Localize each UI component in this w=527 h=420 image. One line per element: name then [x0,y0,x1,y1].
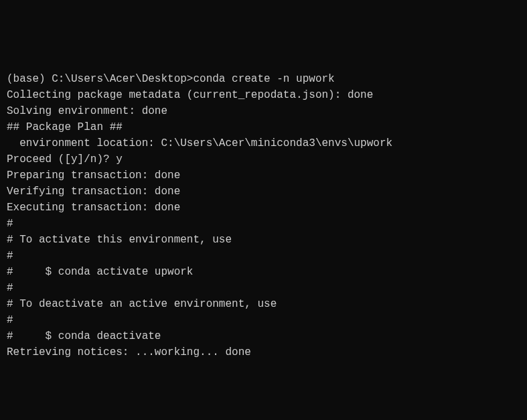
terminal-line: (base) C:\Users\Acer\Desktop>conda creat… [7,71,520,87]
terminal-line: Executing transaction: done [7,200,520,216]
terminal-line: Proceed ([y]/n)? y [7,151,520,167]
terminal-line: # To activate this environment, use [7,232,520,248]
terminal-line: # [7,216,520,232]
terminal-line: # $ conda deactivate [7,328,520,344]
terminal-line: Verifying transaction: done [7,184,520,200]
terminal-line: # To deactivate an active environment, u… [7,296,520,312]
terminal-line: # [7,248,520,264]
terminal-output[interactable]: (base) C:\Users\Acer\Desktop>conda creat… [7,71,520,360]
terminal-line: # [7,280,520,296]
terminal-line: Retrieving notices: ...working... done [7,344,520,360]
terminal-line: # $ conda activate upwork [7,264,520,280]
terminal-line: ## Package Plan ## [7,119,520,135]
terminal-line: Collecting package metadata (current_rep… [7,87,520,103]
terminal-line: Solving environment: done [7,103,520,119]
terminal-line: Preparing transaction: done [7,167,520,184]
terminal-line: # [7,312,520,328]
terminal-line: environment location: C:\Users\Acer\mini… [7,135,520,151]
